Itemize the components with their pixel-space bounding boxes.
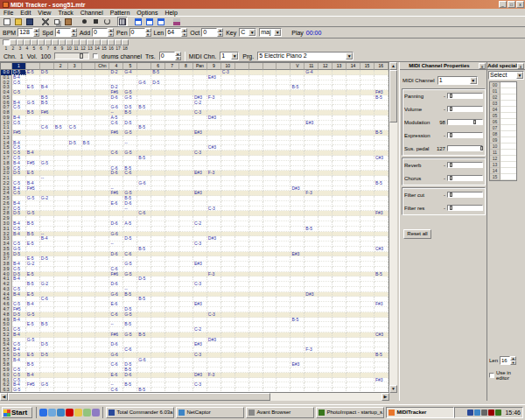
open-button[interactable]	[13, 17, 24, 26]
pattern-box-3[interactable]	[17, 39, 24, 46]
special-row[interactable]: 15	[490, 174, 516, 180]
channel-header-5[interactable]: 5	[123, 63, 137, 70]
special-row[interactable]: 03	[490, 101, 516, 107]
pattern-box-2[interactable]	[10, 39, 17, 46]
slider-thumb[interactable]	[450, 107, 452, 111]
pattern-box-17[interactable]	[115, 39, 122, 46]
chorus-slider[interactable]	[447, 175, 483, 181]
pattern-box-13[interactable]	[87, 39, 94, 46]
channel-header-1[interactable]	[26, 63, 40, 70]
scheduler-icon[interactable]	[495, 410, 501, 416]
folder-icon[interactable]	[74, 409, 82, 416]
menu-item-pattern[interactable]: Pattern	[107, 10, 134, 16]
cut-button[interactable]	[40, 17, 51, 26]
menu-item-view[interactable]: View	[34, 10, 54, 16]
display-icon[interactable]	[467, 410, 473, 416]
slider-thumb[interactable]	[473, 120, 476, 124]
special-row[interactable]: 14	[490, 168, 516, 174]
modulation-slider[interactable]	[447, 119, 483, 125]
pattern-box-1[interactable]	[3, 39, 10, 46]
properties-panel-close-icon[interactable]: x	[479, 63, 486, 69]
channel-header-3[interactable]: 3	[68, 63, 82, 70]
special-row[interactable]: 06	[490, 119, 516, 125]
special-len-updown[interactable]: ▲▼	[510, 356, 516, 365]
channel-header-10[interactable]: 10	[221, 63, 235, 70]
pattern-box-5[interactable]	[31, 39, 38, 46]
special-row[interactable]: 08	[490, 131, 516, 137]
pattern-box-14[interactable]	[94, 39, 101, 46]
channel-header-6[interactable]: 6	[151, 63, 165, 70]
expression-slider[interactable]	[447, 132, 483, 138]
reverb-slider[interactable]	[447, 162, 483, 168]
pattern-box-11[interactable]	[73, 39, 80, 46]
special-select[interactable]: Select ▼	[488, 71, 524, 80]
channel-header-14[interactable]: 14	[346, 63, 360, 70]
menu-item-edit[interactable]: Edit	[17, 10, 34, 16]
filter-res-slider[interactable]	[447, 205, 483, 211]
volume-slider[interactable]	[447, 106, 483, 112]
slider-thumb[interactable]	[450, 94, 452, 98]
desktop-icon[interactable]	[57, 409, 65, 416]
channel-header-2[interactable]: 2	[54, 63, 68, 70]
pattern-box-4[interactable]	[24, 39, 31, 46]
channel-header-9[interactable]: 9	[207, 63, 221, 70]
slider-thumb[interactable]	[450, 176, 452, 180]
paint-icon[interactable]	[83, 409, 91, 416]
channel-header-4[interactable]: 4	[109, 63, 123, 70]
channel-header-19[interactable]	[276, 63, 290, 70]
minimize-button[interactable]: _	[499, 1, 507, 8]
scroll-down-icon[interactable]: ▼	[389, 385, 397, 393]
special-row-value[interactable]	[500, 144, 516, 150]
filter-cut-slider[interactable]	[447, 192, 483, 198]
down-arrow-icon[interactable]: ▼	[175, 56, 181, 60]
special-row[interactable]: 11	[490, 150, 516, 156]
special-row[interactable]: 10	[490, 144, 516, 150]
setup-wizard-button[interactable]	[172, 17, 182, 26]
pattern-box-9[interactable]	[59, 39, 66, 46]
special-row-value[interactable]	[500, 162, 516, 168]
spd-updown[interactable]: ▲▼	[71, 28, 77, 37]
channel-header-9[interactable]	[137, 63, 151, 70]
special-row-value[interactable]	[500, 168, 516, 174]
sus--pedal-slider[interactable]	[447, 145, 483, 151]
special-row-value[interactable]	[500, 137, 516, 144]
scroll-right-icon[interactable]: ▶	[382, 393, 389, 401]
special-row[interactable]: 09	[490, 137, 516, 144]
channel-header-2[interactable]	[40, 63, 54, 70]
mail-icon[interactable]	[48, 409, 56, 416]
bpm-value[interactable]: 128	[18, 28, 33, 37]
key-dropdown-icon[interactable]: ▼	[248, 29, 256, 36]
transpose-updown[interactable]: ▲▼	[175, 52, 181, 60]
pattern-box-7[interactable]	[45, 39, 52, 46]
volume-slider-thumb[interactable]	[80, 53, 83, 59]
start-button[interactable]: Start	[2, 407, 32, 418]
special-row[interactable]: 07	[490, 125, 516, 131]
slider-thumb[interactable]	[480, 146, 483, 150]
channel-header-13[interactable]: 13	[332, 63, 346, 70]
midi-icon[interactable]	[488, 410, 494, 416]
special-row-value[interactable]	[500, 88, 516, 94]
pen-updown[interactable]: ▲▼	[145, 28, 151, 37]
browser-icon[interactable]	[39, 409, 47, 416]
task-button[interactable]: PhotoImpact - startup_s...	[316, 407, 384, 418]
special-row-value[interactable]	[500, 113, 516, 119]
network-icon[interactable]	[474, 410, 480, 416]
pattern-editor-button[interactable]	[133, 17, 144, 26]
down-arrow-icon[interactable]: ▼	[145, 32, 151, 37]
channel-header-8[interactable]: 8	[179, 63, 193, 70]
down-arrow-icon[interactable]: ▼	[510, 360, 516, 365]
slider-thumb[interactable]	[450, 163, 452, 167]
down-arrow-icon[interactable]: ▼	[217, 32, 223, 37]
piano-button[interactable]	[117, 17, 128, 26]
pattern-box-16[interactable]	[108, 39, 115, 46]
special-row[interactable]: 02	[490, 94, 516, 101]
paste-button[interactable]	[63, 17, 74, 26]
program-select[interactable]: 5 Electric Piano 2 ▼	[257, 52, 354, 60]
pen-value[interactable]: 0	[130, 28, 145, 37]
channel-header-18[interactable]	[263, 63, 277, 70]
panning-slider[interactable]	[447, 93, 483, 99]
special-row[interactable]: 13	[490, 162, 516, 168]
use-in-editor-checkbox[interactable]	[489, 373, 494, 378]
len-updown[interactable]: ▲▼	[181, 28, 187, 37]
slider-thumb[interactable]	[450, 206, 452, 210]
